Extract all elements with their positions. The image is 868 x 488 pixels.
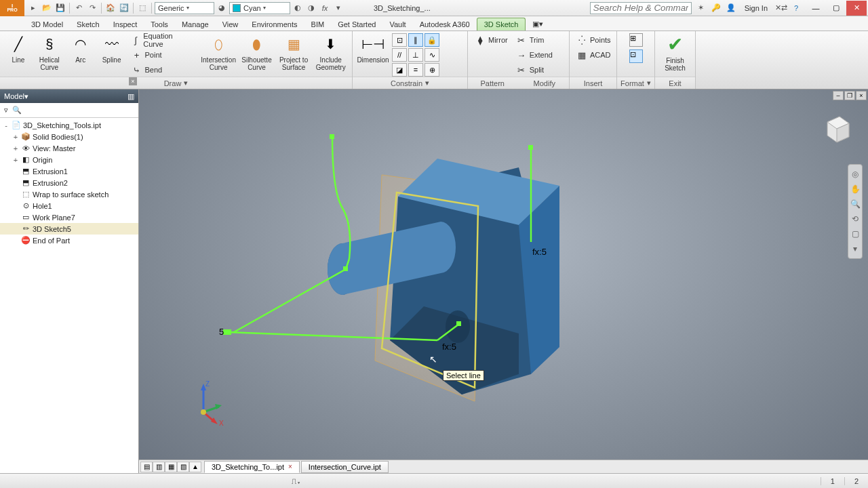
twisty-icon[interactable] bbox=[12, 190, 19, 199]
tab-sketch[interactable]: Sketch bbox=[70, 18, 106, 30]
format-btn2[interactable]: ⊡ bbox=[629, 49, 643, 63]
constrain-parallel[interactable]: // bbox=[392, 48, 407, 62]
insert-points-button[interactable]: ⁛Points bbox=[574, 33, 614, 47]
bend-button[interactable]: ⤷Bend bbox=[129, 63, 191, 77]
dimension-fx5-a[interactable]: fx:5 bbox=[532, 247, 547, 257]
dimension-fx5-b[interactable]: fx:5 bbox=[442, 342, 456, 352]
point-button[interactable]: +Point bbox=[129, 48, 191, 62]
appearance-icon[interactable]: ◐ bbox=[292, 2, 304, 14]
twisty-icon[interactable] bbox=[12, 225, 19, 233]
viewcube[interactable] bbox=[819, 110, 854, 145]
trim-button[interactable]: ✂Trim bbox=[513, 33, 555, 47]
mirror-button[interactable]: ⧫Mirror bbox=[472, 33, 511, 47]
nav-wheel-icon[interactable]: ◎ bbox=[850, 169, 861, 180]
window-minimize[interactable]: — bbox=[806, 1, 826, 16]
window-close[interactable]: ✕ bbox=[846, 1, 867, 16]
twisty-icon[interactable] bbox=[12, 202, 19, 210]
qat-more-icon[interactable]: ▾ bbox=[332, 2, 344, 14]
doctab-tool1[interactable]: ▤ bbox=[140, 462, 153, 472]
browser-header[interactable]: Model▾ ▥ bbox=[0, 89, 138, 103]
spline-button[interactable]: 〰Spline bbox=[98, 33, 126, 64]
app-logo[interactable]: IPRO bbox=[0, 0, 24, 16]
dimension-button[interactable]: ⊢⊣Dimension bbox=[357, 33, 389, 64]
constrain-collinear[interactable]: ∥ bbox=[408, 33, 423, 47]
include-geometry-button[interactable]: ⬇Include Geometry bbox=[313, 33, 348, 71]
viewport[interactable]: – ❐ × bbox=[139, 89, 868, 473]
tab-3d-sketch[interactable]: 3D Sketch bbox=[477, 18, 526, 30]
tree-node[interactable]: ⊙Hole1 bbox=[0, 200, 138, 211]
doctab-tool3[interactable]: ▦ bbox=[165, 462, 177, 472]
fx-icon[interactable]: fx bbox=[319, 2, 331, 14]
tab-bim[interactable]: BIM bbox=[304, 18, 332, 30]
model-tree[interactable]: -📄3D_Sketching_Tools.ipt+📦Solid Bodies(1… bbox=[0, 118, 138, 473]
constrain-smooth[interactable]: ∿ bbox=[425, 48, 439, 62]
doctab-tool5[interactable]: ▲ bbox=[189, 462, 201, 472]
search-input[interactable] bbox=[590, 2, 692, 14]
doc-tab-1[interactable]: 3D_Sketching_To...ipt× bbox=[204, 461, 300, 473]
tab-3d-model[interactable]: 3D Model bbox=[24, 18, 70, 30]
tab-inspect[interactable]: Inspect bbox=[106, 18, 144, 30]
appearance2-icon[interactable]: ◑ bbox=[305, 2, 317, 14]
tree-node[interactable]: +📦Solid Bodies(1) bbox=[0, 131, 138, 142]
select-icon[interactable]: ⬚ bbox=[136, 2, 149, 14]
material-swatch-icon[interactable]: ◕ bbox=[216, 2, 228, 14]
constrain-tangent[interactable]: ⊥ bbox=[408, 48, 423, 62]
extend-button[interactable]: →Extend bbox=[513, 48, 555, 62]
tree-node[interactable]: ⬒Extrusion1 bbox=[0, 165, 138, 177]
silhouette-curve-button[interactable]: ⬮Silhouette Curve bbox=[239, 33, 274, 71]
star-icon[interactable]: ✶ bbox=[696, 3, 707, 14]
insert-acad-button[interactable]: ▦ACAD bbox=[574, 48, 614, 62]
twisty-icon[interactable]: - bbox=[3, 121, 9, 129]
twisty-icon[interactable] bbox=[12, 179, 19, 187]
nav-zoom-icon[interactable]: 🔍 bbox=[850, 199, 861, 209]
doctab-tool2[interactable]: ▥ bbox=[153, 462, 165, 472]
filter-icon[interactable]: ▿ bbox=[4, 106, 8, 115]
intersection-curve-button[interactable]: ⬯Intersection Curve bbox=[200, 33, 237, 71]
save-icon[interactable]: 💾 bbox=[54, 2, 66, 14]
panel-pattern-title[interactable]: Pattern bbox=[468, 79, 517, 87]
tree-node[interactable]: +👁View: Master bbox=[0, 142, 138, 154]
panel-modify-title[interactable]: Modify bbox=[520, 79, 570, 87]
doc-tab-2[interactable]: Intersection_Curve.ipt bbox=[301, 461, 389, 473]
twisty-icon[interactable] bbox=[12, 237, 19, 245]
dimension-5[interactable]: 5 bbox=[219, 327, 224, 337]
status-snap-icon[interactable]: ⎍▾ bbox=[292, 476, 301, 486]
format-btn1[interactable]: ⊞ bbox=[629, 33, 643, 47]
tree-node[interactable]: ⬚Wrap to surface sketch bbox=[0, 188, 138, 200]
browser-close-icon[interactable]: × bbox=[129, 77, 137, 85]
tab-vault[interactable]: Vault bbox=[382, 18, 412, 30]
tree-node[interactable]: +◧Origin bbox=[0, 154, 138, 165]
nav-orbit-icon[interactable]: ⟲ bbox=[850, 214, 861, 224]
tab-view[interactable]: View bbox=[216, 18, 245, 30]
twisty-icon[interactable]: + bbox=[12, 133, 19, 141]
tab-a360[interactable]: Autodesk A360 bbox=[413, 18, 477, 30]
nav-lookat-icon[interactable]: ▢ bbox=[850, 228, 861, 239]
tree-node[interactable]: -📄3D_Sketching_Tools.ipt bbox=[0, 119, 138, 131]
window-maximize[interactable]: ▢ bbox=[826, 1, 846, 16]
constrain-onface[interactable]: ◪ bbox=[392, 63, 407, 77]
arc-button[interactable]: ◠Arc bbox=[66, 33, 95, 64]
tree-node[interactable]: ⛔End of Part bbox=[0, 235, 138, 246]
constrain-equal[interactable]: = bbox=[408, 63, 423, 77]
material-combo[interactable]: Generic bbox=[155, 2, 214, 14]
undo-icon[interactable]: ↶ bbox=[73, 2, 85, 14]
close-icon[interactable]: × bbox=[288, 463, 292, 470]
chevron-down-icon[interactable]: ▾ bbox=[184, 79, 188, 87]
finish-sketch-button[interactable]: ✔ Finish Sketch bbox=[660, 33, 691, 72]
nav-pan-icon[interactable]: ✋ bbox=[850, 184, 861, 195]
chevron-down-icon[interactable]: ▾ bbox=[425, 79, 429, 87]
equation-curve-button[interactable]: ∫Equation Curve bbox=[129, 33, 191, 47]
twisty-icon[interactable]: + bbox=[12, 156, 19, 164]
tree-node[interactable]: ⬒Extrusion2 bbox=[0, 177, 138, 188]
home-icon[interactable]: 🏠 bbox=[104, 2, 117, 14]
helical-curve-button[interactable]: §Helical Curve bbox=[35, 33, 64, 71]
tree-node[interactable]: ▭Work Plane7 bbox=[0, 211, 138, 223]
key-icon[interactable]: 🔑 bbox=[711, 3, 722, 14]
browser-options-icon[interactable]: ▥ bbox=[127, 92, 134, 101]
open-icon[interactable]: 📂 bbox=[41, 2, 53, 14]
split-button[interactable]: ✂Split bbox=[513, 63, 555, 77]
tab-tools[interactable]: Tools bbox=[144, 18, 175, 30]
twisty-icon[interactable] bbox=[12, 214, 19, 222]
tab-manage[interactable]: Manage bbox=[175, 18, 216, 30]
twisty-icon[interactable]: + bbox=[12, 144, 19, 152]
